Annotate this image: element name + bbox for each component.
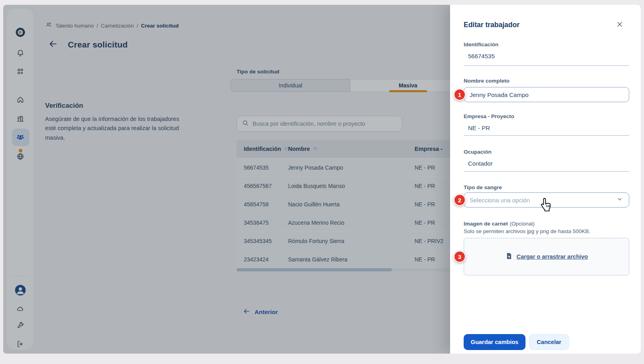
annotation-badge-1: 1 bbox=[454, 89, 466, 101]
full-name-input[interactable]: Jenny Posada Campo bbox=[464, 87, 629, 102]
upload-hint: Solo se permiten archivos jpg y png de h… bbox=[464, 228, 590, 234]
field-label: Imagen de carnet bbox=[464, 221, 508, 227]
file-upload-icon bbox=[505, 252, 513, 261]
save-changes-button[interactable]: Guardar cambios bbox=[464, 334, 525, 350]
drawer-title: Editar trabajador bbox=[464, 21, 520, 29]
optional-tag: (Opcional) bbox=[510, 221, 535, 227]
field-label: Identificación bbox=[464, 42, 629, 47]
select-placeholder: Selecciona una opción bbox=[470, 197, 530, 204]
field-occupation: Ocupación Contador bbox=[464, 149, 629, 172]
field-label: Empresa - Proyecto bbox=[464, 113, 629, 119]
edit-worker-drawer: Editar trabajador Identificación 5667453… bbox=[450, 5, 641, 354]
field-label: Ocupación bbox=[464, 149, 629, 155]
annotation-badge-3: 3 bbox=[454, 251, 466, 263]
file-dropzone[interactable]: Cargar o arrastrar archivo bbox=[464, 238, 629, 275]
cursor-hand-icon bbox=[539, 197, 554, 216]
field-value[interactable]: NE - PR bbox=[464, 125, 629, 131]
app-window: Talento humano / Carnetización / Crear s… bbox=[3, 5, 641, 354]
field-label: Nombre completo bbox=[464, 78, 510, 84]
field-label: Tipo de sangre bbox=[464, 184, 502, 190]
field-value: Jenny Posada Campo bbox=[470, 91, 529, 98]
close-icon[interactable] bbox=[614, 19, 625, 30]
cancel-button[interactable]: Cancelar bbox=[529, 334, 569, 350]
field-company: Empresa - Proyecto NE - PR bbox=[464, 113, 629, 136]
upload-link[interactable]: Cargar o arrastrar archivo bbox=[517, 253, 588, 260]
field-identification: Identificación 56674535 bbox=[464, 42, 629, 66]
field-value[interactable]: 56674535 bbox=[464, 53, 629, 59]
chevron-down-icon bbox=[616, 196, 623, 204]
field-value[interactable]: Contador bbox=[464, 160, 629, 167]
card-image-label-row: Imagen de carnet (Opcional) bbox=[464, 220, 535, 227]
annotation-badge-2: 2 bbox=[454, 194, 466, 206]
